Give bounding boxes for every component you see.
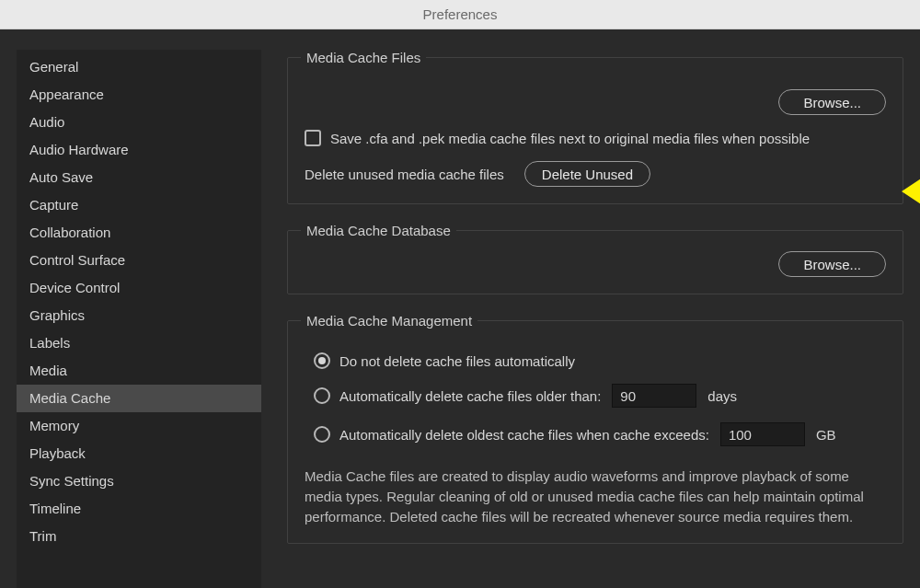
sidebar-item-label: Media Cache (29, 390, 110, 406)
delete-unused-label: Delete unused media cache files (305, 167, 504, 182)
browse-cache-db-button[interactable]: Browse... (778, 251, 886, 277)
sidebar-item-control-surface[interactable]: Control Surface (17, 247, 261, 274)
sidebar-item-audio[interactable]: Audio (17, 109, 261, 136)
sidebar-item-label: Collaboration (29, 225, 110, 240)
sidebar-item-label: Appearance (29, 86, 104, 102)
sidebar-item-capture[interactable]: Capture (17, 191, 261, 219)
sidebar-item-timeline[interactable]: Timeline (17, 495, 261, 523)
window-title-bar: Preferences (0, 0, 920, 29)
radio-delete-older-than[interactable] (314, 387, 330, 404)
sidebar-item-collaboration[interactable]: Collaboration (17, 219, 261, 247)
preferences-workspace: General Appearance Audio Audio Hardware … (0, 29, 920, 588)
sidebar-item-media-cache[interactable]: Media Cache (17, 385, 261, 412)
sidebar-item-label: Trim (29, 528, 56, 544)
sidebar-item-graphics[interactable]: Graphics (17, 302, 261, 329)
section-media-cache-database: Media Cache Database Browse... (287, 223, 903, 294)
sidebar-item-playback[interactable]: Playback (17, 440, 261, 467)
sidebar-item-label: Sync Settings (29, 473, 114, 489)
days-unit: days (707, 388, 737, 404)
sidebar-item-label: Graphics (29, 307, 85, 323)
sidebar-item-label: Audio Hardware (29, 142, 129, 157)
sidebar-item-appearance[interactable]: Appearance (17, 81, 261, 109)
cache-management-description: Media Cache files are created to display… (305, 467, 875, 526)
arrow-annotation-icon (902, 171, 920, 212)
sidebar-item-label: Playback (29, 445, 86, 461)
sidebar-item-label: Labels (29, 335, 70, 351)
delete-unused-button[interactable]: Delete Unused (524, 161, 650, 187)
sidebar-item-label: Control Surface (29, 252, 125, 268)
sidebar-item-label: Media (29, 363, 67, 378)
save-next-to-original-checkbox[interactable] (305, 130, 321, 146)
sidebar-item-label: Auto Save (29, 169, 93, 185)
sidebar-item-label: Timeline (29, 501, 81, 516)
section-media-cache-files: Media Cache Files Browse... Save .cfa an… (287, 50, 903, 204)
sidebar-item-label: Capture (29, 197, 78, 213)
days-input[interactable] (612, 384, 696, 408)
save-next-to-original-label: Save .cfa and .pek media cache files nex… (330, 131, 810, 146)
sidebar-item-audio-hardware[interactable]: Audio Hardware (17, 136, 261, 164)
sidebar-item-trim[interactable]: Trim (17, 523, 261, 550)
section-legend: Media Cache Database (301, 223, 456, 238)
sidebar-item-device-control[interactable]: Device Control (17, 274, 261, 302)
sidebar-item-memory[interactable]: Memory (17, 412, 261, 440)
window-title: Preferences (423, 6, 498, 22)
section-legend: Media Cache Management (301, 313, 477, 329)
preferences-main-panel: Media Cache Files Browse... Save .cfa an… (261, 50, 903, 588)
radio-delete-older-than-label: Automatically delete cache files older t… (339, 388, 601, 404)
radio-delete-exceeds-label: Automatically delete oldest cache files … (339, 427, 709, 443)
sidebar-item-label: Device Control (29, 280, 120, 295)
section-media-cache-management: Media Cache Management Do not delete cac… (287, 313, 903, 544)
sidebar-item-labels[interactable]: Labels (17, 329, 261, 357)
radio-do-not-delete[interactable] (314, 352, 330, 369)
radio-delete-exceeds[interactable] (314, 426, 330, 443)
preferences-sidebar: General Appearance Audio Audio Hardware … (17, 50, 261, 588)
browse-cache-files-button[interactable]: Browse... (778, 89, 886, 115)
sidebar-item-auto-save[interactable]: Auto Save (17, 164, 261, 191)
sidebar-item-label: General (29, 59, 78, 75)
sidebar-item-sync-settings[interactable]: Sync Settings (17, 467, 261, 495)
gb-input[interactable] (720, 422, 805, 446)
sidebar-item-label: Memory (29, 418, 79, 433)
radio-do-not-delete-label: Do not delete cache files automatically (339, 353, 575, 369)
section-legend: Media Cache Files (301, 50, 426, 65)
sidebar-item-media[interactable]: Media (17, 357, 261, 385)
gb-unit: GB (816, 427, 836, 443)
sidebar-item-label: Audio (29, 114, 64, 130)
sidebar-item-general[interactable]: General (17, 53, 261, 81)
svg-marker-0 (902, 173, 920, 210)
